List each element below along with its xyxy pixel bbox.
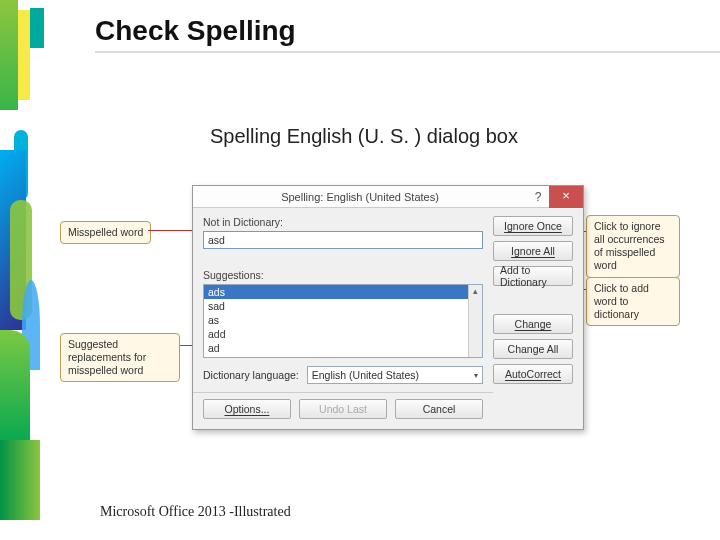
suggestions-listbox[interactable]: ads sad as add ad ask ▴ xyxy=(203,284,483,358)
not-in-dictionary-label: Not in Dictionary: xyxy=(203,216,483,228)
list-item[interactable]: add xyxy=(204,327,482,341)
not-in-dictionary-input[interactable] xyxy=(203,231,483,249)
callout-suggested-replacements: Suggested replacements for misspelled wo… xyxy=(60,333,180,382)
autocorrect-button[interactable]: AutoCorrect xyxy=(493,364,573,384)
cancel-button[interactable]: Cancel xyxy=(395,399,483,419)
suggestions-label: Suggestions: xyxy=(203,269,483,281)
ignore-all-button[interactable]: Ignore All xyxy=(493,241,573,261)
change-all-button[interactable]: Change All xyxy=(493,339,573,359)
scroll-up-icon[interactable]: ▴ xyxy=(469,285,482,299)
list-item[interactable]: ads xyxy=(204,285,482,299)
list-item[interactable]: ask xyxy=(204,355,482,358)
spelling-dialog: Spelling: English (United States) ? × No… xyxy=(192,185,584,430)
change-button[interactable]: Change xyxy=(493,314,573,334)
dictionary-language-combobox[interactable]: English (United States) ▾ xyxy=(307,366,483,384)
page-subtitle: Spelling English (U. S. ) dialog box xyxy=(210,125,518,148)
callout-misspelled-word: Misspelled word xyxy=(60,221,151,244)
help-button[interactable]: ? xyxy=(527,186,549,208)
add-to-dictionary-button[interactable]: Add to Dictionary xyxy=(493,266,573,286)
combo-value: English (United States) xyxy=(312,369,419,381)
scrollbar[interactable]: ▴ xyxy=(468,285,482,357)
close-button[interactable]: × xyxy=(549,186,583,208)
list-item[interactable]: sad xyxy=(204,299,482,313)
list-item[interactable]: ad xyxy=(204,341,482,355)
figure: Misspelled word Suggested replacements f… xyxy=(60,185,680,465)
dictionary-language-label: Dictionary language: xyxy=(203,369,299,381)
list-item[interactable]: as xyxy=(204,313,482,327)
divider xyxy=(193,392,493,393)
undo-last-button[interactable]: Undo Last xyxy=(299,399,387,419)
callout-add-to-dictionary: Click to add word to dictionary xyxy=(586,277,680,326)
page-footer: Microsoft Office 2013 -Illustrated xyxy=(100,504,291,520)
chevron-down-icon: ▾ xyxy=(474,371,478,380)
dialog-titlebar: Spelling: English (United States) ? × xyxy=(193,186,583,208)
page-title: Check Spelling xyxy=(95,15,296,47)
options-button[interactable]: Options... xyxy=(203,399,291,419)
dialog-title: Spelling: English (United States) xyxy=(193,191,527,203)
ignore-once-button[interactable]: Ignore Once xyxy=(493,216,573,236)
callout-ignore-all: Click to ignore all occurrences of missp… xyxy=(586,215,680,278)
